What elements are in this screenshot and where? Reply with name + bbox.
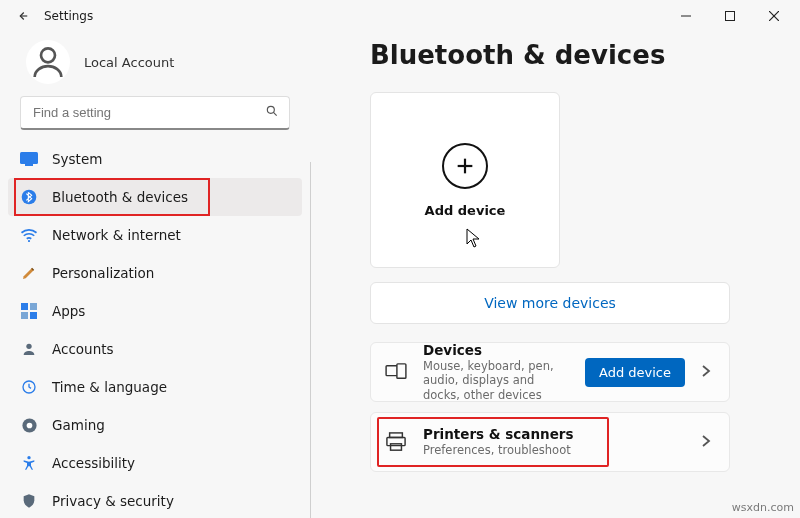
clock-icon	[20, 378, 38, 396]
search-icon	[265, 104, 279, 121]
sidebar-item-network[interactable]: Network & internet	[8, 216, 302, 254]
account-name: Local Account	[84, 55, 174, 70]
sidebar-item-system[interactable]: System	[8, 140, 302, 178]
svg-point-10	[22, 190, 37, 205]
svg-rect-24	[397, 364, 406, 378]
sidebar-item-accounts[interactable]: Accounts	[8, 330, 302, 368]
add-device-tile[interactable]: Add device	[370, 92, 560, 268]
sidebar: Local Account System	[0, 32, 310, 518]
sidebar-item-label: Network & internet	[52, 227, 181, 243]
devices-row[interactable]: Devices Mouse, keyboard, pen, audio, dis…	[370, 342, 730, 402]
maximize-button[interactable]	[708, 0, 752, 32]
titlebar: Settings	[0, 0, 800, 32]
svg-rect-2	[726, 12, 735, 21]
svg-point-16	[26, 344, 31, 349]
svg-point-11	[28, 240, 30, 242]
accessibility-icon	[20, 454, 38, 472]
watermark: wsxdn.com	[732, 501, 794, 514]
gaming-icon	[20, 416, 38, 434]
row-title: Printers & scanners	[423, 426, 685, 443]
cursor-icon	[466, 228, 482, 251]
svg-rect-15	[30, 312, 37, 319]
sidebar-item-label: Bluetooth & devices	[52, 189, 188, 205]
sidebar-item-label: Gaming	[52, 417, 105, 433]
svg-rect-27	[391, 444, 402, 450]
svg-point-5	[41, 48, 55, 62]
svg-rect-9	[25, 164, 33, 166]
search-input[interactable]	[20, 96, 290, 130]
sidebar-item-label: Apps	[52, 303, 85, 319]
main-content: Bluetooth & devices Add device View more…	[310, 32, 800, 518]
sidebar-item-privacy[interactable]: Privacy & security	[8, 482, 302, 518]
svg-rect-8	[20, 152, 38, 164]
sidebar-item-label: System	[52, 151, 102, 167]
devices-icon	[385, 361, 407, 383]
add-device-label: Add device	[425, 203, 506, 218]
sidebar-item-apps[interactable]: Apps	[8, 292, 302, 330]
divider	[310, 162, 311, 518]
printer-icon	[385, 431, 407, 453]
profile[interactable]: Local Account	[0, 36, 310, 96]
svg-point-6	[267, 106, 274, 113]
sidebar-item-label: Accounts	[52, 341, 114, 357]
svg-rect-12	[21, 303, 28, 310]
plus-icon	[442, 143, 488, 189]
svg-point-19	[26, 422, 32, 428]
add-device-button[interactable]: Add device	[585, 358, 685, 387]
person-icon	[20, 340, 38, 358]
minimize-button[interactable]	[664, 0, 708, 32]
svg-rect-13	[30, 303, 37, 310]
row-title: Devices	[423, 342, 569, 359]
chevron-right-icon	[701, 364, 715, 381]
view-more-devices[interactable]: View more devices	[370, 282, 730, 324]
svg-line-7	[273, 112, 276, 115]
chevron-right-icon	[701, 434, 715, 451]
sidebar-item-accessibility[interactable]: Accessibility	[8, 444, 302, 482]
paintbrush-icon	[20, 264, 38, 282]
sidebar-item-label: Personalization	[52, 265, 154, 281]
close-button[interactable]	[752, 0, 796, 32]
svg-rect-14	[21, 312, 28, 319]
sidebar-item-bluetooth[interactable]: Bluetooth & devices	[8, 178, 302, 216]
apps-icon	[20, 302, 38, 320]
sidebar-item-label: Time & language	[52, 379, 167, 395]
sidebar-item-label: Accessibility	[52, 455, 135, 471]
nav: System Bluetooth & devices Network & int…	[0, 140, 310, 518]
printers-row[interactable]: Printers & scanners Preferences, trouble…	[370, 412, 730, 472]
bluetooth-icon	[20, 188, 38, 206]
row-subtitle: Preferences, troubleshoot	[423, 443, 685, 457]
sidebar-item-gaming[interactable]: Gaming	[8, 406, 302, 444]
wifi-icon	[20, 226, 38, 244]
svg-point-20	[27, 456, 30, 459]
view-more-label: View more devices	[484, 295, 616, 311]
sidebar-item-time[interactable]: Time & language	[8, 368, 302, 406]
sidebar-item-label: Privacy & security	[52, 493, 174, 509]
window-title: Settings	[44, 9, 93, 23]
shield-icon	[20, 492, 38, 510]
page-title: Bluetooth & devices	[370, 40, 776, 70]
search-field[interactable]	[31, 104, 265, 121]
row-subtitle: Mouse, keyboard, pen, audio, displays an…	[423, 359, 569, 402]
avatar-icon	[26, 40, 70, 84]
back-button[interactable]	[2, 0, 42, 32]
sidebar-item-personalization[interactable]: Personalization	[8, 254, 302, 292]
display-icon	[20, 150, 38, 168]
